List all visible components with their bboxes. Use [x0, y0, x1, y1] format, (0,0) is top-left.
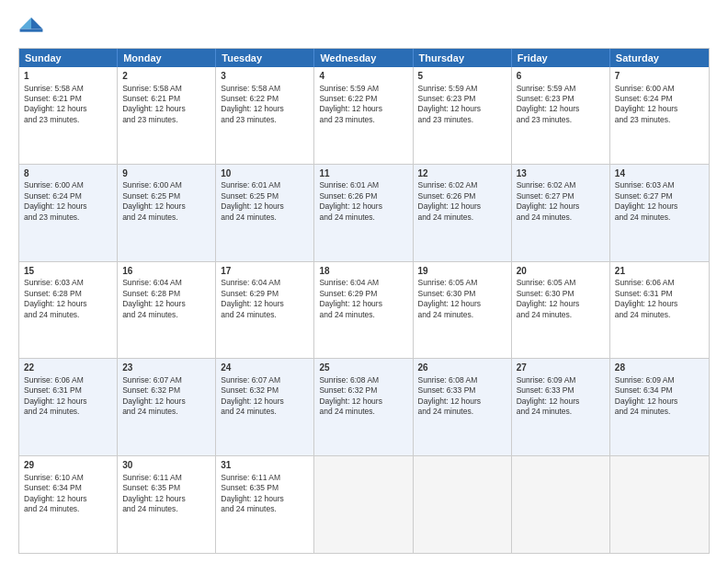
day-number: 23 [122, 362, 210, 374]
day-info-line: Daylight: 12 hours [24, 104, 112, 114]
day-info-line: and 24 minutes. [418, 407, 506, 417]
day-info-line: Sunset: 6:30 PM [517, 289, 605, 299]
day-cell-14: 14Sunrise: 6:03 AMSunset: 6:27 PMDayligh… [610, 165, 709, 261]
day-info-line: and 23 minutes. [122, 115, 210, 125]
day-info-line: Sunset: 6:32 PM [319, 385, 407, 396]
day-info-line: and 24 minutes. [615, 310, 704, 320]
day-header-tuesday: Tuesday [216, 49, 314, 67]
day-info-line: Sunrise: 6:02 AM [418, 180, 506, 190]
day-info-line: Sunset: 6:24 PM [24, 191, 112, 201]
day-number: 19 [418, 265, 506, 278]
logo-icon [18, 15, 44, 40]
day-cell-4: 4Sunrise: 5:59 AMSunset: 6:22 PMDaylight… [314, 67, 413, 164]
day-info-line: Sunrise: 6:01 AM [221, 180, 309, 190]
day-number: 26 [418, 362, 506, 374]
day-info-line: and 24 minutes. [319, 407, 407, 417]
day-cell-5: 5Sunrise: 5:59 AMSunset: 6:23 PMDaylight… [414, 67, 512, 164]
calendar: SundayMondayTuesdayWednesdayThursdayFrid… [18, 48, 710, 554]
day-number: 7 [615, 70, 704, 83]
day-header-thursday: Thursday [414, 49, 512, 67]
day-info-line: Daylight: 12 hours [517, 299, 605, 309]
day-info-line: Sunrise: 6:00 AM [122, 180, 210, 190]
day-info-line: Daylight: 12 hours [615, 396, 704, 407]
day-info-line: Daylight: 12 hours [122, 299, 210, 309]
day-number: 24 [221, 362, 309, 374]
day-info-line: Sunrise: 5:58 AM [122, 84, 210, 94]
day-info-line: Sunrise: 6:08 AM [418, 375, 506, 385]
day-info-line: Daylight: 12 hours [24, 201, 112, 212]
day-info-line: Sunset: 6:28 PM [24, 289, 112, 299]
day-info-line: Daylight: 12 hours [319, 299, 407, 309]
day-info-line: Sunset: 6:29 PM [221, 289, 309, 299]
day-number: 29 [24, 459, 112, 472]
day-info-line: and 24 minutes. [221, 310, 309, 320]
day-cell-23: 23Sunrise: 6:07 AMSunset: 6:32 PMDayligh… [118, 359, 216, 455]
day-number: 1 [24, 70, 112, 83]
day-info-line: Daylight: 12 hours [122, 494, 210, 504]
day-info-line: Sunrise: 6:03 AM [615, 180, 704, 190]
day-info-line: and 24 minutes. [615, 213, 704, 223]
day-info-line: and 24 minutes. [319, 310, 407, 320]
day-number: 9 [122, 167, 210, 180]
day-info-line: Sunrise: 6:11 AM [221, 473, 309, 483]
day-info-line: Sunset: 6:21 PM [122, 94, 210, 104]
day-info-line: and 24 minutes. [24, 310, 112, 320]
day-info-line: Daylight: 12 hours [122, 201, 210, 212]
day-header-monday: Monday [118, 49, 216, 67]
day-info-line: Sunrise: 6:07 AM [122, 375, 210, 385]
day-info-line: Sunrise: 5:58 AM [221, 84, 309, 94]
day-info-line: Sunset: 6:26 PM [418, 191, 506, 201]
week-row-5: 29Sunrise: 6:10 AMSunset: 6:34 PMDayligh… [19, 455, 709, 553]
day-info-line: Daylight: 12 hours [319, 201, 407, 212]
day-info-line: Sunset: 6:28 PM [122, 289, 210, 299]
day-info-line: Daylight: 12 hours [615, 299, 704, 309]
day-info-line: Sunrise: 6:03 AM [24, 278, 112, 288]
day-info-line: and 23 minutes. [221, 115, 309, 125]
day-number: 16 [122, 265, 210, 278]
day-cell-30: 30Sunrise: 6:11 AMSunset: 6:35 PMDayligh… [118, 456, 216, 553]
day-number: 27 [517, 362, 605, 374]
day-info-line: Daylight: 12 hours [24, 396, 112, 407]
week-row-2: 8Sunrise: 6:00 AMSunset: 6:24 PMDaylight… [19, 164, 709, 261]
day-info-line: Daylight: 12 hours [517, 104, 605, 114]
day-info-line: Sunrise: 6:04 AM [122, 278, 210, 288]
day-info-line: Sunset: 6:22 PM [221, 94, 309, 104]
day-info-line: Daylight: 12 hours [517, 396, 605, 407]
day-info-line: Daylight: 12 hours [319, 104, 407, 114]
day-number: 11 [319, 167, 407, 180]
day-info-line: Sunrise: 6:00 AM [24, 180, 112, 190]
day-info-line: Daylight: 12 hours [122, 396, 210, 407]
day-info-line: Sunrise: 6:09 AM [517, 375, 605, 385]
day-info-line: Daylight: 12 hours [24, 494, 112, 504]
day-info-line: Sunrise: 6:04 AM [221, 278, 309, 288]
day-info-line: Sunset: 6:35 PM [122, 483, 210, 493]
day-info-line: and 24 minutes. [517, 407, 605, 417]
day-info-line: Sunset: 6:35 PM [221, 483, 309, 493]
day-info-line: and 24 minutes. [418, 310, 506, 320]
day-info-line: and 23 minutes. [24, 115, 112, 125]
day-info-line: and 24 minutes. [122, 407, 210, 417]
day-cell-8: 8Sunrise: 6:00 AMSunset: 6:24 PMDaylight… [19, 165, 118, 261]
day-info-line: Sunrise: 6:01 AM [319, 180, 407, 190]
day-info-line: Sunset: 6:33 PM [517, 385, 605, 396]
day-info-line: Sunrise: 6:09 AM [615, 375, 704, 385]
svg-rect-2 [20, 29, 43, 32]
day-header-wednesday: Wednesday [314, 49, 413, 67]
day-cell-6: 6Sunrise: 5:59 AMSunset: 6:23 PMDaylight… [512, 67, 610, 164]
day-info-line: Sunset: 6:22 PM [319, 94, 407, 104]
day-info-line: and 24 minutes. [122, 213, 210, 223]
day-number: 2 [122, 70, 210, 83]
day-number: 20 [517, 265, 605, 278]
day-info-line: and 24 minutes. [221, 504, 309, 514]
day-info-line: Sunrise: 6:06 AM [615, 278, 704, 288]
day-info-line: Sunset: 6:34 PM [24, 483, 112, 493]
day-number: 4 [319, 70, 407, 83]
day-info-line: Sunset: 6:25 PM [122, 191, 210, 201]
day-info-line: Daylight: 12 hours [221, 494, 309, 504]
day-cell-29: 29Sunrise: 6:10 AMSunset: 6:34 PMDayligh… [19, 456, 118, 553]
day-cell-28: 28Sunrise: 6:09 AMSunset: 6:34 PMDayligh… [610, 359, 709, 455]
day-number: 3 [221, 70, 309, 83]
day-cell-7: 7Sunrise: 6:00 AMSunset: 6:24 PMDaylight… [610, 67, 709, 164]
day-info-line: and 24 minutes. [221, 213, 309, 223]
day-cell-9: 9Sunrise: 6:00 AMSunset: 6:25 PMDaylight… [118, 165, 216, 261]
